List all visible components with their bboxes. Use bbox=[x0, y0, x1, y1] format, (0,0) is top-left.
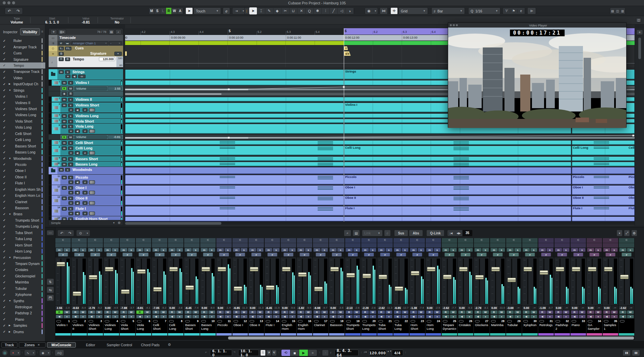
info-field-type[interactable]: TypeVolume bbox=[3, 17, 30, 24]
write-automation-button[interactable]: Ш bbox=[68, 135, 73, 139]
volume-fader-handle[interactable] bbox=[475, 275, 484, 279]
check-icon[interactable]: ✓ bbox=[0, 76, 9, 80]
video-zoom-button[interactable] bbox=[456, 24, 458, 26]
check-icon[interactable]: ✓ bbox=[0, 262, 9, 265]
check-icon[interactable]: ✓ bbox=[0, 157, 9, 160]
peak-value[interactable]: -5.2 bbox=[160, 306, 167, 310]
routing-output-row[interactable] bbox=[55, 243, 71, 248]
visibility-item-violins-i[interactable]: ✓Violins I bbox=[0, 93, 45, 99]
channel-name-block[interactable]: 34GA Sampler bbox=[587, 319, 602, 333]
record-enable-button[interactable]: ● bbox=[482, 315, 489, 318]
read-automation-button[interactable]: R bbox=[555, 310, 562, 314]
monitor-button[interactable]: ◀ bbox=[72, 315, 79, 318]
channel-name-block[interactable]: 4Violines Long bbox=[104, 319, 119, 333]
fader-value[interactable]: -2.13 bbox=[345, 306, 354, 310]
channel-color-strip[interactable] bbox=[200, 333, 216, 336]
write-automation-button[interactable]: W bbox=[160, 310, 167, 314]
mute-button[interactable]: m bbox=[62, 125, 67, 128]
record-enable-button[interactable]: ● bbox=[353, 315, 361, 318]
autoscroll-button[interactable]: ⇥ bbox=[232, 9, 240, 13]
check-icon[interactable]: ✓ bbox=[0, 311, 9, 315]
window-zone-3-button[interactable]: ▥ bbox=[620, 9, 625, 13]
channel-mute-button[interactable]: m bbox=[474, 248, 482, 252]
split-tool[interactable]: ✂ bbox=[281, 7, 289, 14]
track-header-flute-i[interactable]: 14msFlute I●◀e bbox=[49, 206, 123, 216]
record-enable-button[interactable]: ● bbox=[289, 315, 296, 318]
instrument-cell[interactable]: 11 bbox=[52, 175, 60, 185]
edit-instrument-icon[interactable]: e bbox=[83, 201, 88, 205]
visibility-item-trumpets-long[interactable]: ✓Trumpets Long bbox=[0, 223, 45, 229]
channel-edit-button[interactable]: e bbox=[461, 253, 471, 257]
midi-part[interactable] bbox=[572, 167, 635, 174]
check-icon[interactable]: ✓ bbox=[0, 88, 9, 92]
channel-solo-button[interactable]: s bbox=[579, 248, 586, 252]
fader-value[interactable]: -6.85 bbox=[393, 306, 402, 310]
feedback-icon[interactable]: ◉ bbox=[365, 9, 373, 13]
cue-marker-flag[interactable]: 3 bbox=[344, 46, 348, 50]
routing-input-row[interactable]: C bbox=[361, 238, 377, 243]
routing-input-row[interactable]: C bbox=[410, 238, 425, 243]
channel-name-block[interactable]: 28Marimba bbox=[490, 319, 505, 333]
channel-color-strip[interactable] bbox=[281, 333, 296, 336]
right-locator-field[interactable]: 10. 1. 1. 0 bbox=[238, 350, 259, 356]
check-icon[interactable]: ✓ bbox=[0, 317, 9, 321]
track-header-piccolo[interactable]: 11msPiccolo●◀e bbox=[49, 175, 123, 185]
peak-value[interactable]: -11.3 bbox=[257, 306, 264, 310]
instrument-cell[interactable]: 7 bbox=[52, 140, 60, 145]
fader-value[interactable]: -3.69 bbox=[506, 306, 515, 310]
routing-input-row[interactable]: C bbox=[281, 238, 296, 243]
channel-name-block[interactable] bbox=[619, 319, 634, 333]
align-icon[interactable]: ⊫ bbox=[527, 7, 536, 14]
routing-output-row[interactable] bbox=[249, 243, 264, 248]
automation-l-button[interactable]: L bbox=[160, 8, 166, 14]
track-header-violines-short[interactable]: 3msViolines Short●◀e bbox=[49, 102, 123, 113]
channel-strip-16[interactable]: Cmse-1.82-5.5RW◀●16English Horn bbox=[297, 238, 313, 336]
read-automation-button[interactable]: R bbox=[329, 310, 337, 314]
solo-button[interactable]: s bbox=[68, 157, 73, 161]
mute-button[interactable]: m bbox=[62, 186, 67, 190]
iter-quantize-icon[interactable]: ⅟ bbox=[503, 9, 510, 13]
solo-button[interactable]: s bbox=[68, 146, 73, 150]
peak-value[interactable]: -5.5 bbox=[305, 306, 312, 310]
stop-button[interactable]: ◼ bbox=[290, 350, 299, 356]
monitor-button[interactable]: ◀ bbox=[88, 315, 95, 318]
read-automation-button[interactable]: R bbox=[474, 310, 482, 314]
channel-color-strip[interactable] bbox=[313, 333, 328, 336]
monitor-button[interactable]: ◀ bbox=[75, 129, 80, 133]
visibility-item-crotales[interactable]: ✓Crotales bbox=[0, 267, 45, 273]
check-icon[interactable]: ✓ bbox=[0, 132, 9, 135]
routing-input-row[interactable]: C bbox=[522, 238, 538, 243]
routing-input-row[interactable]: C bbox=[506, 238, 522, 243]
visibility-item-violines-ii[interactable]: ✓Violines II bbox=[0, 99, 45, 105]
channel-name-block[interactable]: 35Samples 1 bbox=[603, 319, 618, 333]
close-icon[interactable]: ✕ bbox=[38, 343, 40, 347]
instrument-cell[interactable]: 6 bbox=[52, 124, 60, 134]
monitor-button[interactable]: ◀ bbox=[75, 108, 80, 112]
mixer-maximize-icon[interactable]: ⤢ bbox=[624, 230, 630, 236]
write-automation-button[interactable]: W bbox=[337, 310, 344, 314]
suspend-button[interactable]: Sus bbox=[394, 230, 408, 236]
channel-edit-button[interactable]: e bbox=[139, 253, 149, 257]
record-enable-button[interactable]: ● bbox=[305, 315, 312, 318]
channel-color-strip[interactable] bbox=[71, 333, 87, 336]
fader-value[interactable]: -2.29 bbox=[361, 306, 370, 310]
midi-part[interactable] bbox=[572, 217, 635, 221]
volume-fader-handle[interactable] bbox=[202, 267, 210, 271]
channel-edit-button[interactable]: e bbox=[477, 253, 487, 257]
fader-value[interactable]: 0.00 bbox=[458, 306, 466, 310]
monitor-button[interactable]: ◀ bbox=[217, 315, 224, 318]
channel-name-block[interactable]: 9Basses Short bbox=[184, 319, 200, 333]
visibility-item-tubular[interactable]: ✓Tubular bbox=[0, 285, 45, 292]
channel-edit-button[interactable]: e bbox=[187, 253, 197, 257]
channel-color-strip[interactable] bbox=[377, 333, 393, 336]
fader-value[interactable]: 0.00 bbox=[200, 306, 209, 310]
solo-button[interactable]: s bbox=[68, 98, 73, 101]
peak-value[interactable]: -1.0 bbox=[64, 306, 71, 310]
read-automation-button[interactable]: R bbox=[313, 310, 321, 314]
gear-icon[interactable]: ⚙ bbox=[118, 221, 121, 225]
routing-output-row[interactable] bbox=[313, 243, 328, 248]
write-automation-button[interactable]: W bbox=[385, 310, 393, 314]
channel-edit-button[interactable]: e bbox=[155, 253, 165, 257]
write-automation-button[interactable]: W bbox=[112, 310, 119, 314]
monitor-button[interactable]: ◀ bbox=[75, 191, 80, 194]
